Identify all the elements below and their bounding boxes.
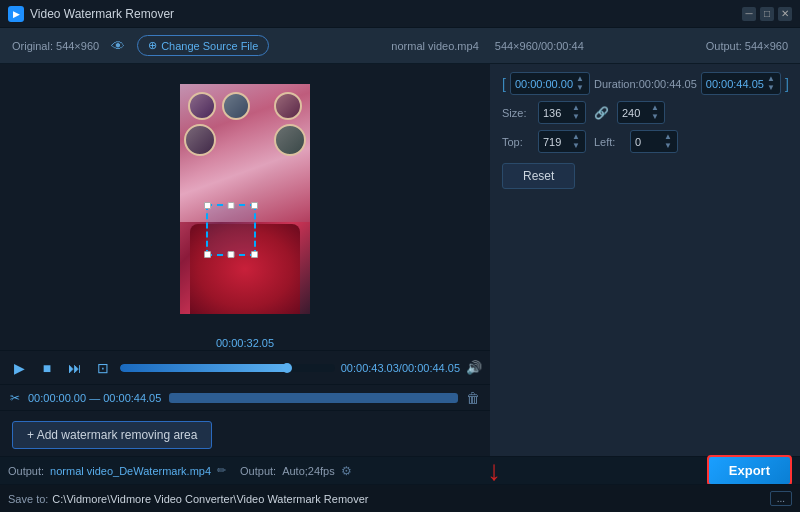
gear-icon[interactable]: ⚙ (341, 464, 352, 478)
start-time-input[interactable]: 00:00:00.00 ▲ ▼ (510, 72, 590, 95)
original-resolution: Original: 544×960 (12, 40, 99, 52)
volume-button[interactable]: 🔊 (466, 360, 482, 375)
maximize-button[interactable]: □ (760, 7, 774, 21)
top-down[interactable]: ▼ (571, 142, 581, 150)
playback-controls: ▶ ■ ⏭ ⊡ 00:00:43.03/00:00:44.05 🔊 (0, 350, 490, 384)
app-icon: ▶ (8, 6, 24, 22)
position-row: Top: 719 ▲ ▼ Left: 0 ▲ ▼ (502, 130, 788, 153)
output-filename: normal video_DeWatermark.mp4 (50, 465, 211, 477)
left-down[interactable]: ▼ (663, 142, 673, 150)
title-bar: ▶ Video Watermark Remover ─ □ ✕ (0, 0, 800, 28)
size-label: Size: (502, 107, 530, 119)
video-frame (180, 84, 310, 314)
play-button[interactable]: ▶ (8, 357, 30, 379)
export-button[interactable]: Export (707, 455, 792, 486)
footer-output-row: Output: normal video_DeWatermark.mp4 ✏ O… (0, 456, 800, 484)
photo-circle-4 (184, 124, 216, 156)
change-source-button[interactable]: ⊕ Change Source File (137, 35, 269, 56)
trash-button[interactable]: 🗑 (466, 390, 480, 406)
clip-bar (169, 393, 458, 403)
left-spinner: ▲ ▼ (663, 133, 673, 150)
add-watermark-button[interactable]: + Add watermark removing area (12, 421, 212, 449)
save-section: Save to: C:\Vidmore\Vidmore Video Conver… (0, 484, 800, 512)
top-up[interactable]: ▲ (571, 133, 581, 141)
step-forward-button[interactable]: ⏭ (64, 357, 86, 379)
end-time-up[interactable]: ▲ (766, 75, 776, 83)
cake-body (190, 224, 300, 314)
plus-circle-icon: ⊕ (148, 39, 157, 52)
add-watermark-section: + Add watermark removing area (0, 410, 490, 456)
top-spinner: ▲ ▼ (571, 133, 581, 150)
right-panel: [ 00:00:00.00 ▲ ▼ Duration:00:00:44.05 0… (490, 64, 800, 456)
height-up[interactable]: ▲ (650, 104, 660, 112)
duration-label: Duration:00:00:44.05 (594, 78, 697, 90)
top-label: Top: (502, 136, 530, 148)
window-controls: ─ □ ✕ (742, 7, 792, 21)
photo-circle-2 (222, 92, 250, 120)
photo-circle-1 (188, 92, 216, 120)
clip-section: ✂ 00:00:00.00 — 00:00:44.05 🗑 (0, 384, 490, 410)
width-down[interactable]: ▼ (571, 113, 581, 121)
time-display: 00:00:43.03/00:00:44.05 (341, 362, 460, 374)
bracket-close: ] (785, 76, 789, 92)
output-resolution: Output: 544×960 (706, 40, 788, 52)
crop-button[interactable]: ⊡ (92, 357, 114, 379)
content-area: 00:00:32.05 ▶ ■ ⏭ ⊡ 00:00:43.03/00:00:44… (0, 64, 800, 456)
start-time-up[interactable]: ▲ (575, 75, 585, 83)
filename: normal video.mp4 (391, 40, 478, 52)
end-time-down[interactable]: ▼ (766, 84, 776, 92)
progress-fill (120, 364, 287, 372)
title-bar-left: ▶ Video Watermark Remover (8, 6, 174, 22)
timeline-row: [ 00:00:00.00 ▲ ▼ Duration:00:00:44.05 0… (502, 72, 788, 95)
video-background (180, 84, 310, 314)
minimize-button[interactable]: ─ (742, 7, 756, 21)
width-input[interactable]: 136 ▲ ▼ (538, 101, 586, 124)
app-window: ▶ Video Watermark Remover ─ □ ✕ Original… (0, 0, 800, 512)
top-input[interactable]: 719 ▲ ▼ (538, 130, 586, 153)
link-icon[interactable]: 🔗 (594, 106, 609, 120)
output-label: Output: (8, 465, 44, 477)
top-toolbar: Original: 544×960 👁 ⊕ Change Source File… (0, 28, 800, 64)
save-path: C:\Vidmore\Vidmore Video Converter\Video… (52, 493, 765, 505)
progress-thumb[interactable] (282, 363, 292, 373)
app-title: Video Watermark Remover (30, 7, 174, 21)
left-input[interactable]: 0 ▲ ▼ (630, 130, 678, 153)
edit-filename-icon[interactable]: ✏ (217, 464, 226, 477)
timestamp-bar: 00:00:32.05 (0, 333, 490, 350)
photo-circle-5 (274, 124, 306, 156)
height-spinner: ▲ ▼ (650, 104, 660, 121)
progress-track (120, 364, 335, 372)
output-settings-val: Auto;24fps (282, 465, 335, 477)
eye-button[interactable]: 👁 (111, 38, 125, 54)
height-input[interactable]: 240 ▲ ▼ (617, 101, 665, 124)
left-up[interactable]: ▲ (663, 133, 673, 141)
current-time-center: 00:00:32.05 (0, 335, 490, 350)
end-time-spinner: ▲ ▼ (766, 75, 776, 92)
down-arrow-icon: ↓ (487, 457, 501, 485)
start-time-spinner: ▲ ▼ (575, 75, 585, 92)
save-to-label: Save to: (8, 493, 48, 505)
left-main: 00:00:32.05 ▶ ■ ⏭ ⊡ 00:00:43.03/00:00:44… (0, 64, 490, 456)
eye-icon: 👁 (111, 38, 125, 54)
height-down[interactable]: ▼ (650, 113, 660, 121)
browse-button[interactable]: ... (770, 491, 792, 506)
clip-range: 00:00:00.00 — 00:00:44.05 (28, 392, 161, 404)
left-label: Left: (594, 136, 622, 148)
photo-circle-3 (274, 92, 302, 120)
file-resolution: 544×960/00:00:44 (495, 40, 584, 52)
close-button[interactable]: ✕ (778, 7, 792, 21)
clip-icon: ✂ (10, 391, 20, 405)
width-up[interactable]: ▲ (571, 104, 581, 112)
reset-button[interactable]: Reset (502, 163, 575, 189)
progress-bar-container[interactable] (120, 360, 335, 376)
stop-button[interactable]: ■ (36, 357, 58, 379)
width-spinner: ▲ ▼ (571, 104, 581, 121)
file-info: normal video.mp4 544×960/00:00:44 (281, 40, 693, 52)
start-time-down[interactable]: ▼ (575, 84, 585, 92)
size-row: Size: 136 ▲ ▼ 🔗 240 ▲ ▼ (502, 101, 788, 124)
video-area (0, 64, 490, 333)
end-time-input[interactable]: 00:00:44.05 ▲ ▼ (701, 72, 781, 95)
bracket-open: [ (502, 76, 506, 92)
output-settings-label: Output: (240, 465, 276, 477)
